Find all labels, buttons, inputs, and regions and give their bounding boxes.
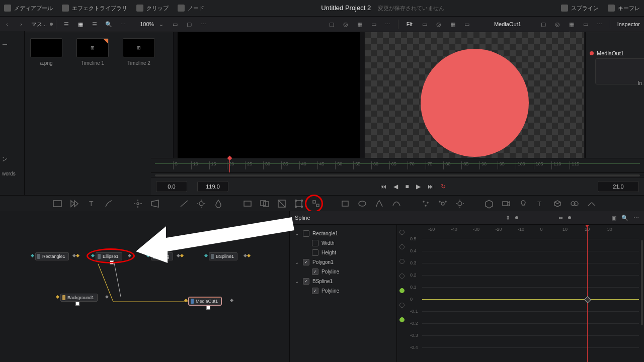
tool-colorcorr-icon[interactable] (179, 199, 189, 209)
globe-icon[interactable]: ◎ (340, 19, 351, 30)
nav-back[interactable]: ‹ (2, 19, 13, 30)
grid2-icon[interactable]: ▦ (447, 19, 458, 30)
node-rectangle[interactable]: Rectangle1 (35, 252, 69, 260)
tool-blur-icon[interactable] (213, 199, 223, 209)
tool-fast-icon[interactable] (69, 199, 79, 209)
search-icon[interactable]: 🔍 (103, 19, 114, 30)
layout2-icon[interactable]: ▢ (184, 19, 195, 30)
tool-channel-icon[interactable] (277, 199, 287, 209)
media-thumb[interactable]: ⊞ (123, 38, 155, 57)
grid-view-icon[interactable]: ▦ (75, 19, 86, 30)
viewer-b-icon[interactable]: ▭ (419, 19, 430, 30)
tool-light-icon[interactable] (518, 199, 528, 209)
time-out[interactable]: 119.0 (197, 181, 228, 192)
checkbox[interactable] (312, 240, 318, 246)
tree-row[interactable]: Polyline (293, 267, 393, 277)
tree-row[interactable]: ⌄Rectangle1 (293, 229, 393, 238)
insp-tool4-icon[interactable]: ▭ (580, 19, 591, 30)
insp-tool2-icon[interactable]: ◎ (552, 19, 563, 30)
tree-row[interactable]: Width (293, 238, 393, 248)
node-mediaout[interactable]: MediaOut1 (189, 297, 221, 305)
expand-icon[interactable]: ⌄ (295, 279, 300, 284)
checkbox[interactable] (303, 259, 309, 265)
media-thumb[interactable] (30, 38, 62, 57)
stop-icon[interactable]: ■ (405, 183, 409, 190)
tab-effects[interactable]: エフェクトライブラリ (62, 5, 127, 12)
keyframe-marker[interactable] (584, 296, 591, 303)
tab-clips[interactable]: クリップ (136, 5, 169, 12)
tool-tracker-icon[interactable] (133, 199, 143, 209)
tab-nodes[interactable]: ノード (178, 5, 204, 12)
spline-zoom-h-icon[interactable]: ⇔ (558, 215, 563, 221)
grid-icon[interactable]: ▦ (354, 19, 365, 30)
tool-resize-icon[interactable] (311, 199, 321, 209)
node-polygon[interactable]: Polyg (151, 252, 173, 260)
tool-shape3d-icon[interactable] (552, 199, 562, 209)
tool-camera3d-icon[interactable] (501, 199, 511, 209)
node-ellipse[interactable]: Ellipse1 (96, 252, 122, 260)
list-view-icon[interactable]: ☰ (89, 19, 100, 30)
playhead[interactable] (229, 158, 230, 172)
fit-label[interactable]: Fit (407, 21, 413, 27)
globe2-icon[interactable]: ◎ (433, 19, 444, 30)
tool-transform-icon[interactable] (294, 199, 304, 209)
spline-scrollbar[interactable] (641, 240, 643, 325)
info-icon[interactable]: ▭ (368, 19, 379, 30)
tree-row[interactable]: Height (293, 248, 393, 257)
step-back-icon[interactable]: ◀ (393, 183, 398, 190)
tab-spline[interactable]: スプライン (561, 5, 599, 12)
tool-ellipse-mask-icon[interactable] (357, 199, 367, 209)
tool-bspline-mask-icon[interactable] (391, 199, 401, 209)
tool-prender-icon[interactable] (455, 199, 465, 209)
media-thumb[interactable]: ⊞ (76, 38, 109, 57)
play-icon[interactable]: ▶ (416, 183, 421, 190)
inspector-tab-in[interactable]: In (638, 80, 642, 86)
inspector-tab[interactable]: Inspector (617, 21, 640, 27)
checkbox[interactable] (303, 278, 309, 285)
time-in[interactable]: 0.0 (156, 181, 187, 192)
nav-fwd[interactable]: › (16, 19, 27, 30)
tab-keyframes[interactable]: キーフレ (608, 5, 640, 12)
zoom-level[interactable]: 100% (140, 21, 154, 27)
tool-text-icon[interactable]: T (87, 199, 97, 209)
tree-row[interactable]: ⌄Polygon1 (293, 257, 393, 267)
node-anchor2[interactable] (75, 302, 79, 306)
goto-start-icon[interactable]: ⏮ (380, 183, 386, 190)
spline-playhead[interactable] (587, 225, 588, 362)
tool-planar-icon[interactable] (150, 199, 160, 209)
checkbox[interactable] (303, 230, 309, 237)
tool-merge3d-icon[interactable] (570, 199, 580, 209)
node-anchor3[interactable] (206, 306, 210, 310)
tool-polygon-mask-icon[interactable] (374, 199, 384, 209)
insp-more-icon[interactable]: ⋯ (594, 19, 605, 30)
tool-rectangle-mask-icon[interactable] (340, 199, 350, 209)
tool-3d-icon[interactable] (484, 199, 494, 209)
tool-brightness-icon[interactable] (196, 199, 206, 209)
expand-icon[interactable]: ⌄ (295, 231, 300, 236)
tool-render3d-icon[interactable] (587, 199, 597, 209)
time-ruler[interactable]: 5101520253035404550556065707580859095100… (151, 158, 644, 172)
spline-fit-icon[interactable]: ▣ (611, 215, 616, 221)
sort-label[interactable]: マス... (31, 21, 47, 28)
spline-more-icon[interactable]: ⋯ (633, 215, 639, 221)
tool-merge-icon[interactable] (260, 199, 270, 209)
spline-zoom-v-icon[interactable]: ⇕ (506, 215, 510, 221)
node-background[interactable]: Background1 (60, 294, 98, 302)
expand-icon[interactable]: ⌄ (295, 259, 300, 265)
goto-end-icon[interactable]: ⏭ (428, 183, 434, 190)
tool-particles-icon[interactable] (421, 199, 431, 209)
sort-icon[interactable]: ☰ (61, 19, 72, 30)
tool-text3d-icon[interactable]: T (535, 199, 545, 209)
spline-zoom-icon[interactable]: 🔍 (621, 215, 628, 221)
more-icon[interactable]: ⋯ (117, 19, 128, 30)
more2-icon[interactable]: ⋯ (198, 19, 209, 30)
more3-icon[interactable]: ⋯ (382, 19, 393, 30)
scrollbar[interactable] (155, 174, 640, 176)
tab-mediapool[interactable]: メディアプール (4, 5, 53, 12)
tree-row[interactable]: Polyline (293, 286, 393, 296)
zoom-dropdown-icon[interactable]: ⌄ (155, 19, 167, 30)
tool-bg-icon[interactable] (52, 199, 62, 209)
tool-matte-icon[interactable] (243, 199, 253, 209)
loop-icon[interactable]: ↻ (441, 183, 446, 190)
node-graph[interactable]: Rectangle1 Ellipse1 Polyg BSpline1 Backg… (0, 211, 290, 362)
